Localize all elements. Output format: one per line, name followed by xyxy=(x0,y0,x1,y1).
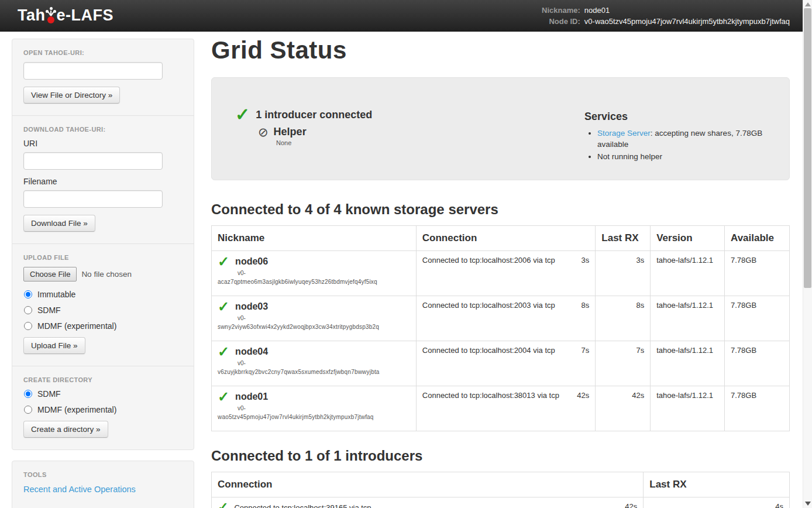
radio-option-sdmf[interactable]: SDMF xyxy=(24,306,183,315)
radio-option-mdmf-experimental[interactable]: MDMF (experimental) xyxy=(24,321,183,331)
radio-option-mdmf-experimental[interactable]: MDMF (experimental) xyxy=(24,405,183,414)
upload-file-section: UPLOAD FILE Choose File No file chosen I… xyxy=(12,243,194,366)
column-header: Version xyxy=(651,226,725,251)
view-file-or-directory-button[interactable]: View File or Directory » xyxy=(23,87,120,104)
radio-input-sdmf[interactable] xyxy=(24,390,32,398)
download-uri-input[interactable] xyxy=(23,152,163,170)
connection-time: 42s xyxy=(625,502,637,508)
column-header: Last RX xyxy=(644,472,790,497)
helper-value: None xyxy=(276,139,584,146)
last-rx-cell: 3s xyxy=(596,251,651,296)
download-file-button[interactable]: Download File » xyxy=(23,215,95,232)
introducer-row: ✓Connected to tcp:localhost:39165 via tc… xyxy=(212,497,790,508)
radio-input-immutable[interactable] xyxy=(24,290,32,298)
download-tahoe-uri-label: DOWNLOAD TAHOE-URI: xyxy=(23,126,183,133)
introducers-table-header-row: ConnectionLast RX xyxy=(212,472,790,497)
open-tahoe-uri-label: OPEN TAHOE-URI: xyxy=(23,49,183,56)
recent-operations-link[interactable]: Recent and Active Operations xyxy=(23,485,136,494)
storage-server-link[interactable]: Storage Server xyxy=(597,129,651,138)
last-rx-cell: 7s xyxy=(596,341,651,386)
create-directory-section: CREATE DIRECTORY SDMFMDMF (experimental)… xyxy=(12,366,194,449)
connection-text: Connected to tcp:localhost:2006 via tcp xyxy=(422,256,555,265)
connection-cell: ✓Connected to tcp:localhost:39165 via tc… xyxy=(212,497,644,508)
file-chosen-status: No file chosen xyxy=(81,270,132,279)
radio-input-sdmf[interactable] xyxy=(24,306,32,314)
connection-time: 7s xyxy=(582,346,590,355)
radio-label: SDMF xyxy=(37,389,61,399)
available-cell: 7.78GB xyxy=(725,341,790,386)
sidebar-forms-panel: OPEN TAHOE-URI: View File or Directory »… xyxy=(12,39,194,450)
scrollbar-up-arrow-icon[interactable] xyxy=(805,2,811,6)
last-rx-cell: 4s xyxy=(644,497,790,508)
radio-label: MDMF (experimental) xyxy=(37,321,116,331)
connected-check-icon: ✓ xyxy=(218,256,229,267)
node-id-value: v0-wao5tzv45pmoju47jow7rvl4ukirjm5ytbh2k… xyxy=(584,16,790,26)
scrollbar-down-arrow-icon[interactable] xyxy=(805,502,811,506)
server-node-id: v0-swny2viyw63ofxwi4x2yykd2woqjbpx3cw34x… xyxy=(218,314,410,331)
available-cell: 7.78GB xyxy=(725,251,790,296)
helper-label: Helper xyxy=(274,126,307,138)
radio-option-immutable[interactable]: Immutable xyxy=(24,290,183,299)
create-directory-label: CREATE DIRECTORY xyxy=(23,376,183,383)
connection-text: Connected to tcp:localhost:38013 via tcp xyxy=(422,391,559,400)
sidebar: OPEN TAHOE-URI: View File or Directory »… xyxy=(12,39,194,508)
last-rx-cell: 42s xyxy=(596,386,651,431)
radio-label: MDMF (experimental) xyxy=(37,405,116,414)
version-cell: tahoe-lafs/1.12.1 xyxy=(651,341,725,386)
connection-text: Connected to tcp:localhost:2004 via tcp xyxy=(422,346,555,355)
introducer-status-text: 1 introducer connected xyxy=(256,109,372,121)
service-item: Storage Server: accepting new shares, 7.… xyxy=(597,128,772,150)
scrollbar[interactable] xyxy=(803,0,812,508)
node-info: Nickname: node01 Node ID: v0-wao5tzv45pm… xyxy=(542,5,790,26)
server-node-id: v0-acaz7qptmeo6m3asjlgkb6iwlyuqey53hz26t… xyxy=(218,269,410,286)
column-header: Last RX xyxy=(596,226,651,251)
server-nickname: node03 xyxy=(235,301,268,312)
open-tahoe-uri-input[interactable] xyxy=(23,62,163,80)
uri-field-label: URI xyxy=(23,139,183,148)
nickname-cell: ✓node03v0-swny2viyw63ofxwi4x2yykd2woqjbp… xyxy=(212,296,417,341)
connected-check-icon: ✓ xyxy=(218,301,229,313)
connection-time: 42s xyxy=(577,391,589,400)
scrollbar-thumb[interactable] xyxy=(804,8,811,288)
server-nickname: node01 xyxy=(235,392,268,402)
download-filename-input[interactable] xyxy=(23,190,163,208)
services-title: Services xyxy=(584,111,772,123)
radio-input-mdmf-experimental[interactable] xyxy=(24,322,32,330)
nickname-value: node01 xyxy=(584,5,790,15)
upload-format-radio-group: ImmutableSDMFMDMF (experimental) xyxy=(23,290,183,331)
main-content: Grid Status ✓ 1 introducer connected ⊘ H… xyxy=(211,32,790,508)
create-directory-button[interactable]: Create a directory » xyxy=(23,421,108,438)
open-tahoe-uri-section: OPEN TAHOE-URI: View File or Directory » xyxy=(12,39,194,115)
connected-check-icon: ✓ xyxy=(218,391,229,403)
radio-option-sdmf[interactable]: SDMF xyxy=(24,389,183,399)
server-nickname: node06 xyxy=(235,256,268,267)
nickname-cell: ✓node04v0-v6zuyjkbrrkqy2bvc2cny7qwax5sxu… xyxy=(212,341,417,386)
connection-text: Connected to tcp:localhost:39165 via tcp xyxy=(234,502,371,508)
connection-cell: Connected to tcp:localhost:2006 via tcp3… xyxy=(416,251,596,296)
column-header: Connection xyxy=(212,472,644,497)
introducers-table: ConnectionLast RX ✓Connected to tcp:loca… xyxy=(211,472,790,508)
choose-file-button[interactable]: Choose File xyxy=(23,267,77,282)
available-cell: 7.78GB xyxy=(725,386,790,431)
tools-label: TOOLS xyxy=(23,471,183,478)
radio-input-mdmf-experimental[interactable] xyxy=(24,406,32,414)
connected-check-icon: ✓ xyxy=(218,346,229,358)
column-header: Nickname xyxy=(212,226,417,251)
page-title: Grid Status xyxy=(211,36,790,64)
connected-check-icon: ✓ xyxy=(218,502,228,508)
radio-label: SDMF xyxy=(37,306,61,315)
nickname-cell: ✓node01v0-wao5tzv45pmoju47jow7rvl4ukirjm… xyxy=(212,386,417,431)
introducers-heading: Connected to 1 of 1 introducers xyxy=(211,448,790,464)
create-dir-radio-group: SDMFMDMF (experimental) xyxy=(23,389,183,414)
server-node-id: v0-wao5tzv45pmoju47jow7rvl4ukirjm5ytbh2k… xyxy=(218,404,410,421)
tahoe-tree-icon xyxy=(46,7,56,25)
storage-server-row: ✓node04v0-v6zuyjkbrrkqy2bvc2cny7qwax5sxu… xyxy=(212,341,790,386)
tahoe-lafs-logo: Tahe-LAFS xyxy=(18,6,113,25)
tools-panel: TOOLS Recent and Active Operations xyxy=(12,461,194,508)
column-header: Connection xyxy=(416,226,596,251)
no-helper-icon: ⊘ xyxy=(258,126,269,138)
services-list: Storage Server: accepting new shares, 7.… xyxy=(597,128,772,162)
upload-file-button[interactable]: Upload File » xyxy=(23,337,85,354)
version-cell: tahoe-lafs/1.12.1 xyxy=(651,251,725,296)
connection-cell: Connected to tcp:localhost:38013 via tcp… xyxy=(416,386,596,431)
